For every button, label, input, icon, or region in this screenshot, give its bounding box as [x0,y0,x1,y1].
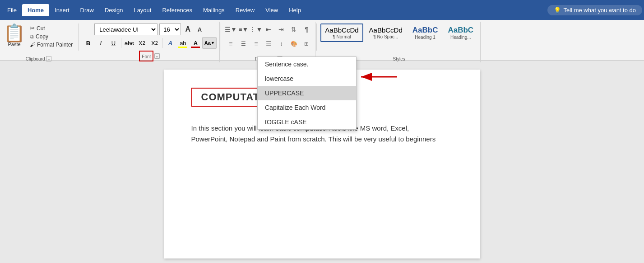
lowercase-item[interactable]: lowercase [258,71,356,86]
styles-label: Styles [393,56,405,61]
font-color-bar [191,47,200,48]
change-case-button[interactable]: Aa ▼ [202,37,217,49]
style-heading1-label: Heading 1 [415,35,436,40]
arrow-annotation [357,70,402,85]
subscript-button[interactable]: X2 [136,37,148,49]
style-heading1-preview: AaBbC [412,26,438,35]
style-no-spacing-label: ¶ No Spac... [373,34,398,39]
bold-button[interactable]: B [82,37,94,49]
ribbon: 📋 Paste ✂ Cut ⧉ Copy 🖌 Format Painter [0,20,644,61]
tell-me-input[interactable]: 💡 Tell me what you want to do [547,5,642,15]
font-sep [121,38,121,48]
style-normal-preview: AaBbCcDd [325,26,358,34]
align-center-button[interactable]: ☰ [237,38,249,50]
style-no-spacing[interactable]: AaBbCcDd ¶ No Spac... [365,24,407,42]
menu-bar: File Home Insert Draw Design Layout Refe… [0,0,644,20]
menu-layout[interactable]: Layout [128,4,157,16]
toggle-case-item[interactable]: tOGGLE cASE [258,115,356,129]
show-formatting-button[interactable]: ¶ [301,23,312,35]
font-color-button[interactable]: A [190,37,201,49]
borders-button[interactable]: ⊞ [301,38,312,50]
style-heading2-preview: AaBbC [448,26,473,35]
text-highlight-button[interactable]: ab [177,37,189,49]
sentence-case-item[interactable]: Sentence case. [258,57,356,71]
style-no-spacing-preview: AaBbCcDd [369,26,403,34]
copy-button[interactable]: ⧉ Copy [28,33,74,40]
capitalize-each-word-item[interactable]: Capitalize Each Word [258,100,356,115]
menu-mailings[interactable]: Mailings [198,4,230,16]
font-label: Font [142,54,151,59]
superscript-button[interactable]: X2 [148,37,160,49]
text-effects-button[interactable]: A [164,37,176,49]
paste-icon: 📋 [4,24,25,42]
font-expand-button[interactable]: ⌄ [154,53,160,59]
menu-help[interactable]: Help [283,4,306,16]
format-painter-icon: 🖌 [30,42,35,48]
font-grow-button[interactable]: A [183,24,193,34]
font-shrink-button[interactable]: A [195,24,204,34]
menu-references[interactable]: References [157,4,197,16]
style-heading2-label: Heading... [450,35,471,40]
clipboard-expand-button[interactable]: ⌄ [46,56,51,61]
sep2 [221,23,221,51]
style-normal[interactable]: AaBbCcDd ¶ Normal [320,23,363,42]
menu-design[interactable]: Design [99,4,128,16]
shading-button[interactable]: 🎨 [288,38,300,50]
uppercase-item[interactable]: UPPERCASE [258,86,356,100]
multilevel-list-button[interactable]: ⋮▼ [250,23,262,35]
cut-button[interactable]: ✂ Cut [28,24,74,32]
highlight-bar [178,47,187,48]
menu-view[interactable]: View [260,4,283,16]
font-sep2 [162,38,162,48]
font-size-select[interactable]: 16 [159,23,181,35]
menu-draw[interactable]: Draw [75,4,99,16]
italic-button[interactable]: I [95,37,107,49]
underline-button[interactable]: U [107,37,119,49]
paste-button[interactable]: 📋 Paste [2,23,27,48]
clipboard-sub-buttons: ✂ Cut ⧉ Copy 🖌 Format Painter [28,23,74,48]
menu-home[interactable]: Home [22,4,49,16]
justify-button[interactable]: ☰ [263,38,274,50]
paste-label: Paste [8,42,20,47]
style-heading2[interactable]: AaBbC Heading... [444,23,477,42]
numbering-button[interactable]: ≡▼ [237,23,249,35]
sep3 [316,23,317,51]
font-group: Leelawadee UI 16 A A B I U abc X2 X2 A a [79,22,220,62]
clipboard-label: Clipboard [26,56,45,61]
lightbulb-icon: 💡 [554,7,561,14]
bullets-button[interactable]: ☰▼ [225,23,236,35]
scissors-icon: ✂ [30,25,35,32]
style-normal-label: ¶ Normal [333,34,351,39]
sort-button[interactable]: ⇅ [288,23,300,35]
format-painter-button[interactable]: 🖌 Format Painter [28,41,74,48]
strikethrough-button[interactable]: abc [123,37,135,49]
increase-indent-button[interactable]: ⇥ [275,23,287,35]
font-name-select[interactable]: Leelawadee UI [94,23,158,35]
style-heading1[interactable]: AaBbC Heading 1 [408,23,442,42]
align-left-button[interactable]: ≡ [225,38,236,50]
change-case-dropdown: Sentence case. lowercase UPPERCASE Capit… [257,56,357,130]
arrow-svg [357,70,402,84]
sep1 [78,23,79,51]
line-spacing-button[interactable]: ↕ [275,38,287,50]
menu-insert[interactable]: Insert [49,4,75,16]
align-right-button[interactable]: ≡ [250,38,262,50]
menu-review[interactable]: Review [230,4,260,16]
clipboard-group: 📋 Paste ✂ Cut ⧉ Copy 🖌 Format Painter [0,22,77,62]
decrease-indent-button[interactable]: ⇤ [263,23,274,35]
copy-icon: ⧉ [30,33,34,40]
menu-file[interactable]: File [2,4,22,16]
